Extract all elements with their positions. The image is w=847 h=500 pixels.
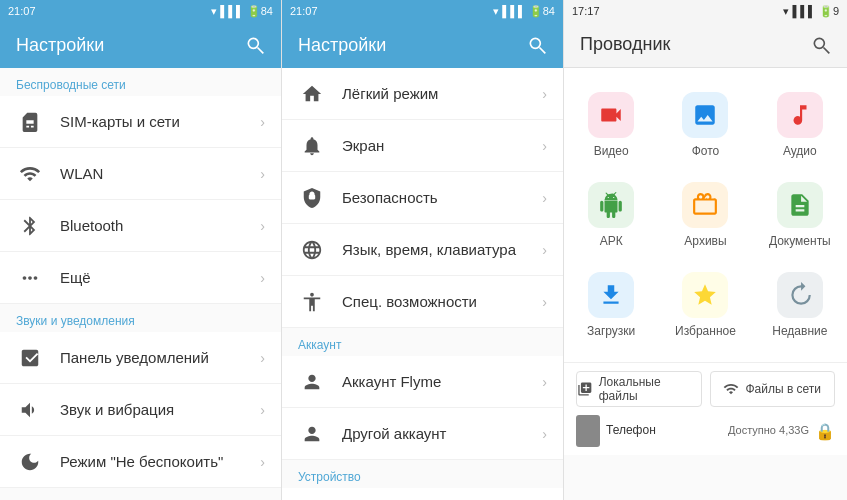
middle-item-security[interactable]: Безопасность › <box>282 172 563 224</box>
grid-item-archive-label: Архивы <box>684 234 726 248</box>
right-panel: 17:17 ▾ ▌▌▌ 🔋9 Проводник Видео <box>564 0 847 500</box>
left-item-sound-chevron: › <box>260 402 265 418</box>
grid-item-favorites-label: Избранное <box>675 324 736 338</box>
left-panel: 21:07 ▾ ▌▌▌ 🔋84 Настройки Беспроводные с… <box>0 0 282 500</box>
right-app-bar: Проводник <box>564 22 847 68</box>
left-item-wlan-chevron: › <box>260 166 265 182</box>
left-item-more-chevron: › <box>260 270 265 286</box>
middle-item-other-account-label: Другой аккаунт <box>342 425 542 442</box>
middle-item-security-chevron: › <box>542 190 547 206</box>
grid-item-downloads[interactable]: Загрузки <box>564 260 658 350</box>
archive-icon <box>682 182 728 228</box>
middle-item-lang-label: Язык, время, клавиатура <box>342 241 542 258</box>
favorites-icon <box>682 272 728 318</box>
storage-available: Доступно 4,33G <box>728 424 809 436</box>
middle-wifi-icon: ▾ <box>493 5 499 18</box>
left-item-wlan[interactable]: WLAN › <box>0 148 281 200</box>
accessibility-icon <box>298 288 326 316</box>
grid-item-favorites[interactable]: Избранное <box>658 260 752 350</box>
language-icon <box>298 236 326 264</box>
middle-item-lang-chevron: › <box>542 242 547 258</box>
left-section-header-wireless: Беспроводные сети <box>0 68 281 96</box>
dnd-icon <box>16 448 44 476</box>
recent-icon <box>777 272 823 318</box>
left-item-dnd[interactable]: Режим "Не беспокоить" › <box>0 436 281 488</box>
middle-status-time: 21:07 <box>290 5 318 17</box>
middle-scroll-area: Лёгкий режим › Экран › Безопасность › Яз… <box>282 68 563 500</box>
left-item-sound-label: Звук и вибрация <box>60 401 260 418</box>
security-icon <box>298 184 326 212</box>
right-status-time: 17:17 <box>572 5 600 17</box>
photo-icon <box>682 92 728 138</box>
middle-item-screen-label: Экран <box>342 137 542 154</box>
left-item-more[interactable]: Ещё › <box>0 252 281 304</box>
grid-item-photo[interactable]: Фото <box>658 80 752 170</box>
sound-icon <box>16 396 44 424</box>
middle-item-access-chevron: › <box>542 294 547 310</box>
grid-item-recent-label: Недавние <box>772 324 827 338</box>
left-section-header-sounds: Звуки и уведомления <box>0 304 281 332</box>
svg-line-1 <box>258 48 264 54</box>
left-item-sim-label: SIM-карты и сети <box>60 113 260 130</box>
network-files-label: Файлы в сети <box>745 382 821 396</box>
storage-section: Локальные файлы Файлы в сети Телефон Дос… <box>564 362 847 455</box>
middle-status-icons: ▾ ▌▌▌ 🔋84 <box>493 5 555 18</box>
notif-icon <box>16 344 44 372</box>
left-item-dnd-label: Режим "Не беспокоить" <box>60 453 260 470</box>
left-item-bluetooth[interactable]: Bluetooth › <box>0 200 281 252</box>
grid-item-archive[interactable]: Архивы <box>658 170 752 260</box>
middle-battery-icon: 🔋84 <box>529 5 555 18</box>
grid-item-photo-label: Фото <box>692 144 720 158</box>
middle-item-easy-label: Лёгкий режим <box>342 85 542 102</box>
middle-app-title: Настройки <box>298 35 386 56</box>
right-app-title: Проводник <box>580 34 670 55</box>
middle-signal-icon: ▌▌▌ <box>502 5 525 17</box>
svg-point-0 <box>248 38 258 48</box>
left-section-header-system: Система <box>0 488 281 500</box>
middle-status-bar: 21:07 ▾ ▌▌▌ 🔋84 <box>282 0 563 22</box>
left-search-button[interactable] <box>245 35 265 55</box>
middle-item-screen-chevron: › <box>542 138 547 154</box>
grid-item-recent[interactable]: Недавние <box>753 260 847 350</box>
left-item-sim-chevron: › <box>260 114 265 130</box>
middle-item-power[interactable]: Управление питанием › <box>282 488 563 500</box>
middle-item-access-label: Спец. возможности <box>342 293 542 310</box>
middle-item-easy[interactable]: Лёгкий режим › <box>282 68 563 120</box>
file-type-grid: Видео Фото Аудио <box>564 72 847 358</box>
grid-item-audio[interactable]: Аудио <box>753 80 847 170</box>
network-files-button[interactable]: Файлы в сети <box>710 371 836 407</box>
grid-item-apk[interactable]: АРК <box>564 170 658 260</box>
grid-item-apk-label: АРК <box>600 234 623 248</box>
middle-panel: 21:07 ▾ ▌▌▌ 🔋84 Настройки Лёгкий режим ›… <box>282 0 564 500</box>
right-status-bar: 17:17 ▾ ▌▌▌ 🔋9 <box>564 0 847 22</box>
left-item-notif-chevron: › <box>260 350 265 366</box>
wifi-status-icon: ▾ <box>211 5 217 18</box>
middle-item-lang[interactable]: Язык, время, клавиатура › <box>282 224 563 276</box>
battery-status-icon: 🔋84 <box>247 5 273 18</box>
bluetooth-icon <box>16 212 44 240</box>
sim-icon <box>16 108 44 136</box>
left-item-notif-label: Панель уведомлений <box>60 349 260 366</box>
left-status-icons: ▾ ▌▌▌ 🔋84 <box>211 5 273 18</box>
middle-item-flyme[interactable]: Аккаунт Flyme › <box>282 356 563 408</box>
middle-item-access[interactable]: Спец. возможности › <box>282 276 563 328</box>
left-item-sound[interactable]: Звук и вибрация › <box>0 384 281 436</box>
right-signal-icon: ▌▌▌ <box>792 5 815 17</box>
middle-item-screen[interactable]: Экран › <box>282 120 563 172</box>
middle-app-bar: Настройки <box>282 22 563 68</box>
phone-storage-label: Телефон <box>606 423 656 437</box>
right-search-button[interactable] <box>811 35 831 55</box>
middle-search-button[interactable] <box>527 35 547 55</box>
middle-item-other-account[interactable]: Другой аккаунт › <box>282 408 563 460</box>
left-item-notif[interactable]: Панель уведомлений › <box>0 332 281 384</box>
grid-item-video[interactable]: Видео <box>564 80 658 170</box>
left-item-sim[interactable]: SIM-карты и сети › <box>0 96 281 148</box>
middle-item-flyme-chevron: › <box>542 374 547 390</box>
screen-icon <box>298 132 326 160</box>
grid-item-downloads-label: Загрузки <box>587 324 635 338</box>
grid-item-docs[interactable]: Документы <box>753 170 847 260</box>
downloads-icon <box>588 272 634 318</box>
middle-item-other-account-chevron: › <box>542 426 547 442</box>
local-files-button[interactable]: Локальные файлы <box>576 371 702 407</box>
left-item-wlan-label: WLAN <box>60 165 260 182</box>
